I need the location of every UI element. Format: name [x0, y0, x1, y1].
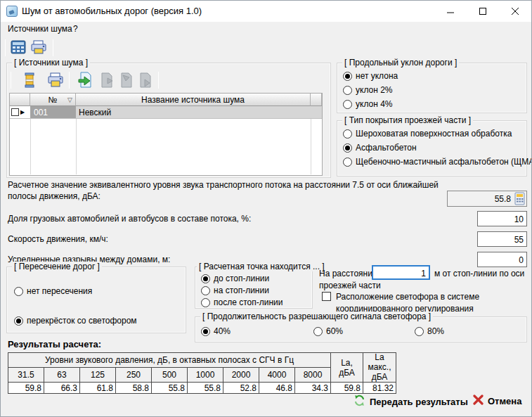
radio-label: уклон 2% — [356, 85, 393, 95]
radio-signal-80[interactable]: 80% — [415, 326, 444, 336]
column-header-name[interactable]: Название источника шума — [76, 94, 311, 106]
close-button[interactable] — [499, 1, 531, 22]
radio-crossroad-signal[interactable]: перекрёсток со светофором — [14, 316, 137, 326]
column-header-filler — [311, 94, 322, 106]
sources-group-label: [ Источники шума ] — [12, 58, 90, 68]
freq-header: 1000 — [188, 368, 223, 383]
radio-icon — [201, 286, 210, 295]
app-icon — [6, 6, 18, 17]
speed-label: Скорость движения, км/ч: — [8, 234, 108, 244]
cancel-button[interactable]: Отмена — [473, 394, 521, 407]
radio-icon — [343, 72, 352, 81]
coordinated-control-checkbox[interactable] — [322, 292, 331, 301]
radio-slope-4[interactable]: уклон 4% — [343, 99, 393, 109]
speed-input[interactable] — [477, 231, 527, 247]
radio-label: перекрёсток со светофором — [27, 316, 137, 326]
menu-help[interactable]: ? — [73, 24, 78, 34]
row-num-cell[interactable]: 001 — [30, 106, 76, 119]
edit-record-icon-disabled — [119, 71, 134, 91]
menu-noise-sources[interactable]: Источники шума — [8, 24, 72, 34]
radio-after-stopline[interactable]: после стоп-линии — [201, 297, 283, 307]
radio-label: нет уклона — [356, 71, 398, 81]
radio-icon — [14, 316, 23, 326]
radio-label: 40% — [214, 326, 231, 336]
calculator-icon[interactable] — [11, 40, 26, 56]
gaps-input[interactable] — [477, 252, 527, 267]
results-title: Результаты расчета: — [8, 339, 101, 349]
recalculate-icon[interactable] — [514, 192, 525, 207]
radio-label: Асфальтобетон — [356, 143, 417, 153]
radio-at-stopline[interactable]: на стоп-линии — [201, 286, 269, 295]
maximize-button[interactable] — [467, 1, 499, 22]
radio-label: на стоп-линии — [214, 286, 269, 295]
result-value: 66.3 — [44, 383, 80, 394]
row-name-cell[interactable]: Невский — [76, 106, 322, 119]
radio-asphalt[interactable]: Асфальтобетон — [343, 143, 417, 153]
calc-point-group-label: [ Расчетная точка находится ... ] — [197, 262, 327, 271]
radio-icon — [201, 274, 210, 283]
radio-label: Шероховатая поверхностная обработка — [356, 129, 512, 139]
result-lamax-value: 81.32 — [363, 383, 396, 394]
title-bar: Шум от автомобильных дорог (версия 1.0) — [1, 1, 531, 22]
surface-group: [ Тип покрытия проезжей части ] Шерохова… — [337, 120, 527, 177]
minimize-button[interactable] — [434, 1, 467, 22]
submit-results-button[interactable]: Передать результаты — [353, 394, 468, 409]
calc-point-group: [ Расчетная точка находится ... ] до сто… — [195, 267, 313, 309]
radio-icon — [343, 129, 352, 139]
radio-icon — [201, 327, 210, 336]
row-indicator-icon: ▶ — [20, 109, 25, 115]
radio-icon — [343, 100, 352, 109]
radio-icon — [343, 143, 352, 153]
results-table: Уровни звукового давления, дБ, в октавны… — [8, 352, 396, 394]
slope-group-label: [ Продольный уклон дороги ] — [342, 58, 459, 68]
freq-header: 500 — [152, 368, 188, 383]
radio-signal-60[interactable]: 60% — [313, 326, 343, 336]
intersection-group: [ Пересечение дорог ] нет пересечения пе… — [6, 267, 186, 333]
import-record-icon[interactable] — [77, 71, 93, 91]
radio-icon — [201, 298, 210, 307]
radio-label: Щебеночно-мастичный асфальтобетон (ЩМА) — [356, 157, 532, 167]
print-sources-icon[interactable] — [47, 72, 64, 91]
delete-record-icon-disabled — [138, 71, 153, 91]
distance-suffix-label-2: проезжей части — [319, 281, 381, 290]
radio-icon — [415, 327, 424, 336]
radio-label: 80% — [427, 326, 444, 336]
menu-bar: Источники шума ? — [1, 22, 531, 37]
print-icon[interactable] — [30, 40, 47, 57]
window-title: Шум от автомобильных дорог (версия 1.0) — [22, 6, 202, 16]
close-icon — [511, 7, 519, 15]
result-value: 55.8 — [152, 383, 188, 394]
column-header-select[interactable] — [10, 94, 30, 106]
distance-input[interactable] — [372, 265, 430, 280]
radio-label: после стоп-линии — [214, 297, 283, 307]
cancel-x-icon — [473, 394, 484, 407]
freq-header: 8000 — [295, 368, 331, 383]
equiv-level-label: Расчетное значение эквивалентного уровня… — [8, 179, 449, 202]
distance-prefix-label: На расстоянии — [319, 269, 377, 278]
sources-table: № ▽ Название источника шума ▶ 001 Невски… — [9, 93, 323, 176]
result-value: 61.8 — [80, 383, 116, 394]
sort-icon: ▽ — [67, 96, 72, 103]
radio-before-stopline[interactable]: до стоп-линии — [201, 274, 269, 283]
slope-group: [ Продольный уклон дороги ] нет уклона у… — [337, 63, 527, 113]
app-window: Шум от автомобильных дорог (версия 1.0) … — [0, 0, 532, 417]
radio-icon — [343, 86, 352, 95]
results-la-header: La, дБА — [331, 353, 363, 383]
result-value: 58.8 — [116, 383, 152, 394]
row-checkbox[interactable] — [11, 108, 19, 116]
radio-slope-2[interactable]: уклон 2% — [343, 85, 393, 95]
transfer-icon — [353, 394, 365, 409]
truck-share-input[interactable] — [477, 211, 527, 226]
column-header-num[interactable]: № ▽ — [30, 94, 76, 106]
radio-icon — [14, 287, 23, 296]
radio-no-intersection[interactable]: нет пересечения — [14, 286, 92, 296]
database-icon[interactable] — [23, 72, 36, 91]
freq-header: 250 — [116, 368, 152, 383]
radio-signal-40[interactable]: 40% — [201, 326, 231, 336]
results-lamax-header: La макс., дБА — [363, 353, 396, 383]
radio-rough-surface[interactable]: Шероховатая поверхностная обработка — [343, 129, 512, 139]
radio-label: до стоп-линии — [214, 274, 269, 283]
radio-sma[interactable]: Щебеночно-мастичный асфальтобетон (ЩМА) — [343, 157, 532, 167]
radio-no-slope[interactable]: нет уклона — [343, 71, 398, 81]
minimize-icon — [446, 7, 455, 15]
